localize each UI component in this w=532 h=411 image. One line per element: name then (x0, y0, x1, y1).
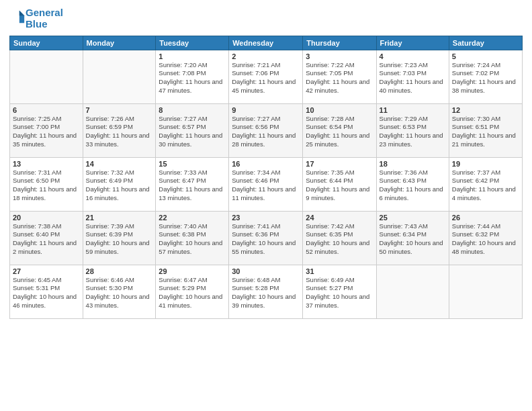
day-info: Sunrise: 6:48 AM Sunset: 5:28 PM Dayligh… (232, 276, 300, 310)
day-info: Sunrise: 7:29 AM Sunset: 6:53 PM Dayligh… (380, 115, 446, 149)
header: General Blue (9, 7, 523, 30)
day-number: 1 (159, 52, 226, 60)
day-number: 14 (86, 160, 153, 168)
day-info: Sunrise: 7:39 AM Sunset: 6:39 PM Dayligh… (86, 222, 153, 257)
weekday-header-tuesday: Tuesday (156, 36, 229, 50)
day-info: Sunrise: 7:34 AM Sunset: 6:46 PM Dayligh… (232, 169, 300, 203)
week-row-5: 27Sunrise: 6:45 AM Sunset: 5:31 PM Dayli… (10, 265, 523, 318)
day-number: 2 (232, 52, 300, 60)
week-row-3: 13Sunrise: 7:31 AM Sunset: 6:50 PM Dayli… (10, 157, 523, 211)
day-number: 28 (86, 267, 153, 275)
calendar-cell: 4Sunrise: 7:23 AM Sunset: 7:03 PM Daylig… (376, 50, 449, 103)
day-number: 5 (452, 52, 519, 60)
calendar-cell: 8Sunrise: 7:27 AM Sunset: 6:57 PM Daylig… (156, 103, 229, 157)
day-info: Sunrise: 7:38 AM Sunset: 6:40 PM Dayligh… (13, 222, 80, 257)
calendar-cell: 18Sunrise: 7:36 AM Sunset: 6:43 PM Dayli… (376, 157, 449, 211)
day-info: Sunrise: 7:25 AM Sunset: 7:00 PM Dayligh… (13, 115, 80, 149)
day-info: Sunrise: 7:41 AM Sunset: 6:36 PM Dayligh… (232, 222, 300, 257)
day-number: 12 (452, 106, 519, 114)
day-number: 4 (380, 52, 446, 60)
day-info: Sunrise: 7:20 AM Sunset: 7:08 PM Dayligh… (159, 61, 226, 95)
weekday-header-saturday: Saturday (449, 36, 522, 50)
day-number: 19 (452, 160, 519, 168)
calendar-cell: 26Sunrise: 7:44 AM Sunset: 6:32 PM Dayli… (449, 211, 522, 265)
calendar-cell: 27Sunrise: 6:45 AM Sunset: 5:31 PM Dayli… (10, 265, 83, 318)
day-number: 15 (159, 160, 226, 168)
day-number: 17 (306, 160, 373, 168)
logo-blue: Blue (26, 18, 63, 30)
calendar-cell: 12Sunrise: 7:30 AM Sunset: 6:51 PM Dayli… (449, 103, 522, 157)
calendar-cell (449, 265, 522, 318)
day-info: Sunrise: 7:35 AM Sunset: 6:44 PM Dayligh… (306, 169, 373, 203)
calendar-cell: 29Sunrise: 6:47 AM Sunset: 5:29 PM Dayli… (156, 265, 229, 318)
calendar-cell: 24Sunrise: 7:42 AM Sunset: 6:35 PM Dayli… (303, 211, 376, 265)
day-number: 22 (159, 214, 226, 222)
day-info: Sunrise: 7:44 AM Sunset: 6:32 PM Dayligh… (452, 222, 519, 257)
calendar-cell: 19Sunrise: 7:37 AM Sunset: 6:42 PM Dayli… (449, 157, 522, 211)
day-info: Sunrise: 7:37 AM Sunset: 6:42 PM Dayligh… (452, 169, 519, 203)
day-info: Sunrise: 6:47 AM Sunset: 5:29 PM Dayligh… (159, 276, 226, 310)
day-info: Sunrise: 6:45 AM Sunset: 5:31 PM Dayligh… (13, 276, 80, 310)
day-info: Sunrise: 7:40 AM Sunset: 6:38 PM Dayligh… (159, 222, 226, 257)
weekday-header-monday: Monday (83, 36, 156, 50)
day-info: Sunrise: 7:28 AM Sunset: 6:54 PM Dayligh… (306, 115, 373, 149)
day-number: 24 (306, 214, 373, 222)
day-info: Sunrise: 6:46 AM Sunset: 5:30 PM Dayligh… (86, 276, 153, 310)
day-number: 20 (13, 214, 80, 222)
page-container: General Blue SundayMondayTuesdayWednesda… (0, 0, 532, 324)
calendar-cell: 6Sunrise: 7:25 AM Sunset: 7:00 PM Daylig… (10, 103, 83, 157)
calendar-cell: 2Sunrise: 7:21 AM Sunset: 7:06 PM Daylig… (229, 50, 303, 103)
day-number: 6 (13, 106, 80, 114)
calendar-cell: 14Sunrise: 7:32 AM Sunset: 6:49 PM Dayli… (83, 157, 156, 211)
calendar-cell: 20Sunrise: 7:38 AM Sunset: 6:40 PM Dayli… (10, 211, 83, 265)
day-info: Sunrise: 7:26 AM Sunset: 6:59 PM Dayligh… (86, 115, 153, 149)
day-info: Sunrise: 7:31 AM Sunset: 6:50 PM Dayligh… (13, 169, 80, 203)
day-info: Sunrise: 7:23 AM Sunset: 7:03 PM Dayligh… (380, 61, 446, 95)
day-number: 25 (380, 214, 446, 222)
calendar-cell: 7Sunrise: 7:26 AM Sunset: 6:59 PM Daylig… (83, 103, 156, 157)
day-info: Sunrise: 7:36 AM Sunset: 6:43 PM Dayligh… (380, 169, 446, 203)
day-info: Sunrise: 7:33 AM Sunset: 6:47 PM Dayligh… (159, 169, 226, 203)
weekday-header-sunday: Sunday (10, 36, 83, 50)
calendar-cell: 10Sunrise: 7:28 AM Sunset: 6:54 PM Dayli… (303, 103, 376, 157)
calendar-cell (376, 265, 449, 318)
day-number: 29 (159, 267, 226, 275)
calendar-cell: 5Sunrise: 7:24 AM Sunset: 7:02 PM Daylig… (449, 50, 522, 103)
logo-icon (11, 9, 26, 24)
day-number: 10 (306, 106, 373, 114)
calendar-cell: 1Sunrise: 7:20 AM Sunset: 7:08 PM Daylig… (156, 50, 229, 103)
day-info: Sunrise: 6:49 AM Sunset: 5:27 PM Dayligh… (306, 276, 373, 310)
day-info: Sunrise: 7:30 AM Sunset: 6:51 PM Dayligh… (452, 115, 519, 149)
calendar-cell: 28Sunrise: 6:46 AM Sunset: 5:30 PM Dayli… (83, 265, 156, 318)
svg-marker-1 (19, 11, 24, 15)
day-info: Sunrise: 7:21 AM Sunset: 7:06 PM Dayligh… (232, 61, 300, 95)
day-info: Sunrise: 7:24 AM Sunset: 7:02 PM Dayligh… (452, 61, 519, 95)
week-row-1: 1Sunrise: 7:20 AM Sunset: 7:08 PM Daylig… (10, 50, 523, 103)
day-number: 21 (86, 214, 153, 222)
weekday-header-wednesday: Wednesday (229, 36, 303, 50)
day-number: 9 (232, 106, 300, 114)
day-info: Sunrise: 7:43 AM Sunset: 6:34 PM Dayligh… (380, 222, 446, 257)
calendar-cell: 15Sunrise: 7:33 AM Sunset: 6:47 PM Dayli… (156, 157, 229, 211)
calendar-table: SundayMondayTuesdayWednesdayThursdayFrid… (9, 36, 523, 319)
calendar-cell: 16Sunrise: 7:34 AM Sunset: 6:46 PM Dayli… (229, 157, 303, 211)
day-number: 8 (159, 106, 226, 114)
day-number: 18 (380, 160, 446, 168)
calendar-cell (83, 50, 156, 103)
day-number: 26 (452, 214, 519, 222)
calendar-cell: 17Sunrise: 7:35 AM Sunset: 6:44 PM Dayli… (303, 157, 376, 211)
day-number: 27 (13, 267, 80, 275)
calendar-cell: 22Sunrise: 7:40 AM Sunset: 6:38 PM Dayli… (156, 211, 229, 265)
calendar-cell: 21Sunrise: 7:39 AM Sunset: 6:39 PM Dayli… (83, 211, 156, 265)
calendar-cell: 30Sunrise: 6:48 AM Sunset: 5:28 PM Dayli… (229, 265, 303, 318)
day-number: 7 (86, 106, 153, 114)
weekday-header-thursday: Thursday (303, 36, 376, 50)
weekday-header-friday: Friday (376, 36, 449, 50)
day-number: 23 (232, 214, 300, 222)
calendar-cell (10, 50, 83, 103)
day-info: Sunrise: 7:32 AM Sunset: 6:49 PM Dayligh… (86, 169, 153, 203)
day-number: 11 (380, 106, 446, 114)
calendar-cell: 3Sunrise: 7:22 AM Sunset: 7:05 PM Daylig… (303, 50, 376, 103)
day-number: 31 (306, 267, 373, 275)
calendar-cell: 23Sunrise: 7:41 AM Sunset: 6:36 PM Dayli… (229, 211, 303, 265)
